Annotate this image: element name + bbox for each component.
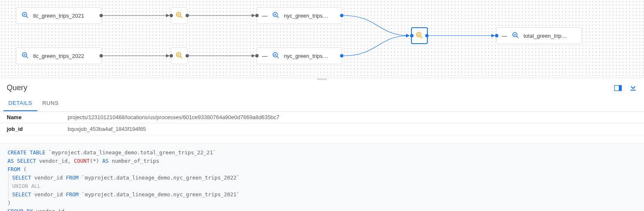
bigquery-table-icon <box>21 52 29 60</box>
node-process-1[interactable] <box>171 7 188 24</box>
lineage-graph-canvas[interactable]: tlc_green_trips_2021 nyc_green_trips… tl… <box>0 0 644 78</box>
bigquery-process-icon <box>175 11 183 20</box>
bigquery-table-icon <box>512 31 519 40</box>
node-label: total_green_trip… <box>524 33 567 39</box>
node-label: tlc_green_trips_2022 <box>33 53 84 59</box>
svg-rect-32 <box>419 34 420 36</box>
svg-rect-24 <box>179 54 180 56</box>
svg-rect-8 <box>25 13 26 16</box>
node-tlc-green-trips-2022[interactable]: tlc_green_trips_2022 <box>16 47 102 64</box>
svg-line-34 <box>516 36 518 38</box>
tab-details[interactable]: DETAILS <box>3 96 37 111</box>
panel-title: Query <box>7 83 27 92</box>
svg-rect-36 <box>515 34 516 36</box>
bigquery-table-icon <box>272 52 280 60</box>
node-nyc-green-trips-2[interactable]: nyc_green_trips… <box>257 47 342 64</box>
svg-rect-28 <box>275 54 276 56</box>
bigquery-process-icon <box>416 31 423 40</box>
detail-key-jobid: job_id <box>0 123 61 135</box>
expand-icon <box>262 53 268 59</box>
detail-val-jobid: bquxjob_453ba4af_1843f194f85 <box>61 123 644 135</box>
svg-rect-38 <box>619 85 622 91</box>
svg-line-6 <box>26 16 28 18</box>
panel-tabs: DETAILS RUNS <box>0 96 644 112</box>
svg-rect-19 <box>24 54 24 55</box>
node-process-selected[interactable] <box>411 27 428 44</box>
bigquery-table-icon <box>21 11 29 20</box>
node-label: nyc_green_trips… <box>284 53 328 59</box>
node-label: nyc_green_trips… <box>284 13 328 19</box>
svg-rect-16 <box>275 13 276 16</box>
detail-val-name: projects/123101210468/locations/us/proce… <box>61 112 644 123</box>
svg-rect-31 <box>418 34 419 35</box>
node-nyc-green-trips-1[interactable]: nyc_green_trips… <box>257 7 342 24</box>
svg-rect-20 <box>25 54 26 56</box>
svg-line-14 <box>277 16 279 18</box>
node-tlc-green-trips-2021[interactable]: tlc_green_trips_2021 <box>16 7 102 24</box>
bigquery-table-icon <box>272 11 280 20</box>
tab-runs[interactable]: RUNS <box>37 96 64 111</box>
details-table: Name projects/123101210468/locations/us/… <box>0 112 644 135</box>
sql-preview: CREATE TABLE `myproject.data_lineage_dem… <box>0 143 644 211</box>
svg-line-26 <box>277 56 279 58</box>
bigquery-process-icon <box>175 52 183 60</box>
expand-icon <box>262 13 268 19</box>
details-panel-header: Query <box>0 80 644 96</box>
svg-line-10 <box>180 16 182 18</box>
node-process-2[interactable] <box>171 47 188 64</box>
side-panel-icon[interactable] <box>614 84 622 92</box>
svg-line-22 <box>180 56 182 58</box>
expand-icon <box>502 33 508 39</box>
node-total-green-trips[interactable]: total_green_trip… <box>496 27 582 44</box>
collapse-panel-icon[interactable] <box>629 84 637 92</box>
svg-rect-35 <box>514 34 515 35</box>
node-label: tlc_green_trips_2021 <box>33 13 84 19</box>
table-row: Name projects/123101210468/locations/us/… <box>0 112 644 123</box>
svg-line-30 <box>420 36 422 38</box>
svg-rect-27 <box>274 54 275 55</box>
table-row: job_id bquxjob_453ba4af_1843f194f85 <box>0 123 644 135</box>
svg-line-18 <box>26 56 28 58</box>
svg-rect-7 <box>24 14 24 15</box>
svg-rect-15 <box>274 14 275 15</box>
svg-rect-12 <box>179 13 180 16</box>
svg-rect-11 <box>178 14 178 15</box>
detail-key-name: Name <box>0 112 61 123</box>
svg-rect-23 <box>178 54 178 55</box>
